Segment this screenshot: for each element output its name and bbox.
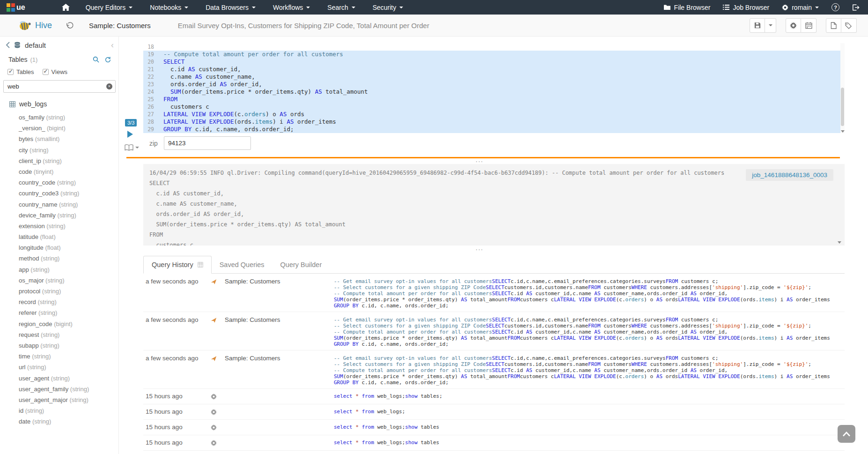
back-icon[interactable] [6,42,10,48]
clear-search-icon[interactable] [106,83,112,89]
code-line-29[interactable]: 29GROUP BY c.id, c.name, ords.order_id; [143,126,845,133]
column-item-user_agent_family[interactable]: user_agent_family (string) [0,384,118,394]
log-resize-handle[interactable]: ··· [119,160,840,164]
column-item-user_agent[interactable]: user_agent (string) [0,373,118,384]
column-item-device_family[interactable]: device_family (string) [0,210,118,221]
save-button[interactable] [750,18,765,33]
column-item-request[interactable]: request (string) [0,329,118,340]
user-menu[interactable]: romain [782,4,819,11]
code-line-28[interactable]: 28LATERAL VIEW EXPLODE(ords.items) i AS … [143,118,845,126]
code-line-27[interactable]: 27LATERAL VIEW EXPLODE(c.orders) o AS or… [143,111,845,118]
code-line-25[interactable]: 25FROM [143,96,845,103]
hue-logo[interactable]: ue [7,3,25,12]
logout-button[interactable] [852,4,860,11]
nav-menu-security[interactable]: Security [373,4,404,11]
tab-query-builder[interactable]: Query Builder [272,256,330,273]
editor-scrollbar-thumb[interactable] [841,88,844,126]
results-resize-handle[interactable]: ··· [119,248,840,252]
nav-menu-workflows[interactable]: Workflows [273,4,310,11]
home-button[interactable] [62,4,70,11]
collapse-assist-icon[interactable]: ‹ [111,41,114,49]
query-title[interactable]: Sample: Customers [89,22,151,30]
column-item-country_name[interactable]: country_name (string) [0,199,118,210]
tab-query-history[interactable]: Query History [143,256,212,274]
tab-saved-queries[interactable]: Saved Queries [212,256,272,273]
history-row-6[interactable]: 15 hours agoselect * from web_logs;show … [143,420,845,435]
filter-views[interactable]: Views [43,68,67,75]
column-item-user_agent_major[interactable]: user_agent_major (string) [0,394,118,405]
editor-scrollbar[interactable] [840,43,845,133]
column-item-id[interactable]: id (string) [0,405,118,416]
column-item-country_code3[interactable]: country_code3 (string) [0,188,118,199]
code-line-19[interactable]: 19-- Compute total amount per order for … [143,51,845,58]
column-item-time[interactable]: time (string) [0,351,118,362]
history-row-5[interactable]: 15 hours agoselect * from web_logs; [143,404,845,420]
checkbox-views[interactable] [43,69,49,75]
editor-scroll-down-icon[interactable] [841,130,845,133]
column-item-method[interactable]: method (string) [0,253,118,264]
table-item-web-logs[interactable]: web_logs [0,97,118,111]
column-item-os_major[interactable]: os_major (string) [0,275,118,286]
nav-menu-query-editors[interactable]: Query Editors [86,4,133,11]
filter-tables[interactable]: Tables [7,68,34,75]
code-line-21[interactable]: 21 c.id AS customer_id, [143,66,845,73]
column-item-country_code[interactable]: country_code (string) [0,177,118,188]
history-row-3[interactable]: a few seconds agoSample: Customers-- Get… [143,350,845,389]
code-line-23[interactable]: 23 ords.order_id AS order_id, [143,81,845,88]
search-icon[interactable] [93,56,99,63]
settings-button[interactable] [786,18,801,33]
column-item-_version_[interactable]: _version_ (bigint) [0,123,118,134]
column-item-referer[interactable]: referer (string) [0,307,118,318]
checkbox-tables[interactable] [7,69,14,75]
history-row-2[interactable]: a few seconds agoSample: Customers-- Get… [143,312,845,350]
code-line-22[interactable]: 22 c.name AS customer_name, [143,73,845,81]
code-line-24[interactable]: 24 SUM(order_items.price * order_items.q… [143,88,845,96]
code-line-20[interactable]: 20SELECT [143,58,845,66]
column-item-code[interactable]: code (tinyint) [0,166,118,177]
tags-button[interactable] [841,18,857,33]
column-item-record[interactable]: record (string) [0,297,118,307]
code-line-18[interactable]: 18 [143,43,845,51]
column-item-bytes[interactable]: bytes (smallint) [0,134,118,144]
log-scroll-down-icon[interactable] [838,241,841,244]
column-item-os_family[interactable]: os_family (string) [0,112,118,123]
app-name[interactable]: Hive [35,21,52,30]
column-item-latitude[interactable]: latitude (float) [0,231,118,242]
column-item-date[interactable]: date (string) [0,416,118,427]
column-item-city[interactable]: city (string) [0,145,118,156]
column-item-protocol[interactable]: protocol (string) [0,286,118,297]
column-item-longitude[interactable]: longitude (float) [0,242,118,253]
nav-menu-data-browsers[interactable]: Data Browsers [206,4,256,11]
hive-query-icon [211,317,225,323]
column-item-extension[interactable]: extension (string) [0,221,118,231]
nav-menu-notebooks[interactable]: Notebooks [150,4,188,11]
execute-button[interactable] [127,130,133,138]
table-filter-input[interactable] [3,80,116,93]
code-editor[interactable]: 1819-- Compute total amount per order fo… [143,43,845,133]
schedule-button[interactable] [801,18,817,33]
refresh-icon[interactable] [105,57,111,63]
job-link[interactable]: job_1461888648136_0003 [752,171,827,179]
column-item-app[interactable]: app (string) [0,264,118,275]
nav-menu-search[interactable]: Search [327,4,355,11]
job-browser-icon [723,4,729,10]
variable-zip-input[interactable] [164,136,251,150]
history-row-1[interactable]: a few seconds agoSample: Customers-- Get… [143,274,845,312]
column-item-client_ip[interactable]: client_ip (string) [0,156,118,166]
help-button[interactable]: ? [831,3,839,11]
history-row-4[interactable]: 15 hours agoselect * from web_logs;show … [143,389,845,404]
job-browser-link[interactable]: Job Browser [723,4,769,11]
code-line-26[interactable]: 26 customers c [143,103,845,111]
database-name[interactable]: default [25,41,46,49]
functions-book-button[interactable] [125,144,139,151]
column-item-region_code[interactable]: region_code (bigint) [0,319,118,329]
history-row-7[interactable]: 15 hours agoselect * from web_logs;show … [143,435,845,451]
file-browser-link[interactable]: File Browser [663,4,711,11]
history-row-8[interactable]: 15 hours agoselect * from web_logs;show … [143,451,845,454]
column-item-url[interactable]: url (string) [0,362,118,372]
description-button[interactable] [826,18,841,33]
scroll-to-top-button[interactable] [838,425,855,443]
save-dropdown-button[interactable] [765,18,776,33]
query-history-icon[interactable] [66,22,74,30]
column-item-subapp[interactable]: subapp (string) [0,340,118,351]
